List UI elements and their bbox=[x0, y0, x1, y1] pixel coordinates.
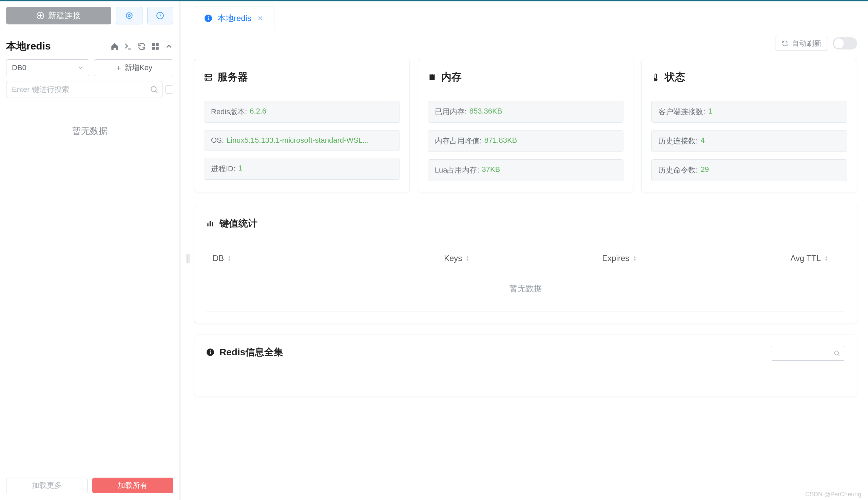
sort-icon: ▲▼ bbox=[465, 255, 469, 261]
grid-icon[interactable] bbox=[151, 42, 160, 51]
info-search-input[interactable] bbox=[771, 346, 845, 361]
col-avg-ttl[interactable]: Avg TTL▲▼ bbox=[701, 253, 838, 263]
server-icon bbox=[204, 73, 213, 82]
svg-rect-25 bbox=[210, 350, 211, 351]
chevron-down-icon bbox=[77, 65, 84, 71]
search-icon[interactable] bbox=[149, 85, 158, 94]
status-card: 状态 客户端连接数: 1 历史连接数: 4 历史命令数: 29 bbox=[642, 59, 857, 192]
new-key-button[interactable]: ＋ 新增Key bbox=[94, 59, 173, 76]
tab-label: 本地redis bbox=[218, 13, 251, 24]
close-icon[interactable]: ✕ bbox=[256, 14, 265, 22]
svg-rect-9 bbox=[208, 17, 209, 20]
chevron-up-icon[interactable] bbox=[165, 42, 173, 51]
col-expires[interactable]: Expires▲▼ bbox=[538, 253, 701, 263]
regex-checkbox[interactable] bbox=[165, 86, 173, 93]
stat-row: 客户端连接数: 1 bbox=[651, 101, 847, 123]
svg-rect-6 bbox=[156, 47, 159, 50]
auto-refresh-toggle[interactable] bbox=[833, 37, 857, 49]
info-icon bbox=[204, 14, 213, 23]
sort-icon: ▲▼ bbox=[227, 255, 231, 261]
resize-handle-icon[interactable]: || bbox=[186, 252, 190, 264]
svg-point-13 bbox=[206, 75, 207, 76]
plus-circle-icon bbox=[37, 12, 44, 19]
main-content: 本地redis ✕ 自动刷新 服务器 Redis版本: 6.2.6 OS: Li… bbox=[180, 1, 868, 500]
svg-rect-5 bbox=[152, 47, 155, 50]
sidebar: 新建连接 本地redis DB0 bbox=[0, 1, 180, 500]
memory-card: 内存 已用内存: 853.36KB 内存占用峰值: 871.83KB Lua占用… bbox=[418, 59, 634, 192]
svg-point-1 bbox=[128, 14, 130, 17]
svg-point-0 bbox=[126, 13, 132, 18]
terminal-icon[interactable] bbox=[124, 42, 133, 51]
memory-icon bbox=[428, 73, 436, 82]
svg-rect-15 bbox=[430, 74, 434, 80]
server-card: 服务器 Redis版本: 6.2.6 OS: Linux5.15.133.1-m… bbox=[194, 59, 410, 192]
db-select[interactable]: DB0 bbox=[6, 59, 89, 76]
plus-icon: ＋ bbox=[115, 63, 122, 73]
connection-title: 本地redis bbox=[6, 39, 51, 53]
redis-info-panel: Redis信息全集 bbox=[194, 334, 857, 396]
info-circle-icon bbox=[206, 348, 215, 356]
table-header: DB▲▼ Keys▲▼ Expires▲▼ Avg TTL▲▼ bbox=[206, 250, 845, 266]
svg-point-14 bbox=[206, 79, 207, 79]
stat-row: 已用内存: 853.36KB bbox=[428, 101, 624, 123]
svg-rect-4 bbox=[156, 43, 159, 46]
new-connection-label: 新建连接 bbox=[48, 10, 81, 21]
keystats-title: 键值统计 bbox=[220, 217, 257, 230]
table-empty-label: 暂无数据 bbox=[206, 266, 845, 305]
clock-icon bbox=[156, 11, 165, 20]
bar-chart-icon bbox=[206, 219, 215, 228]
stat-row: 历史连接数: 4 bbox=[651, 130, 847, 152]
thermometer-icon bbox=[651, 73, 660, 82]
sort-icon: ▲▼ bbox=[824, 255, 828, 261]
tab-connection[interactable]: 本地redis ✕ bbox=[194, 6, 275, 30]
svg-rect-21 bbox=[212, 223, 213, 226]
search-icon bbox=[833, 350, 840, 356]
server-card-title: 服务器 bbox=[218, 70, 248, 84]
svg-rect-16 bbox=[431, 73, 431, 75]
col-db[interactable]: DB▲▼ bbox=[213, 253, 376, 263]
settings-button[interactable] bbox=[116, 7, 143, 24]
stat-row: 进程ID: 1 bbox=[204, 158, 400, 180]
svg-rect-3 bbox=[152, 43, 155, 46]
svg-point-18 bbox=[655, 79, 656, 80]
svg-point-22 bbox=[834, 351, 838, 355]
load-more-button[interactable]: 加载更多 bbox=[6, 478, 88, 493]
svg-rect-17 bbox=[433, 73, 434, 75]
load-all-button[interactable]: 加载所有 bbox=[92, 478, 174, 493]
search-input[interactable] bbox=[6, 81, 163, 98]
new-connection-button[interactable]: 新建连接 bbox=[6, 7, 111, 24]
col-keys[interactable]: Keys▲▼ bbox=[376, 253, 538, 263]
home-icon[interactable] bbox=[110, 42, 119, 51]
stat-row: Redis版本: 6.2.6 bbox=[204, 101, 400, 123]
svg-point-7 bbox=[151, 87, 156, 92]
stat-row: 历史命令数: 29 bbox=[651, 159, 847, 181]
svg-rect-19 bbox=[207, 224, 208, 226]
refresh-icon[interactable] bbox=[137, 42, 146, 51]
refresh-icon bbox=[781, 40, 788, 47]
svg-rect-24 bbox=[210, 352, 211, 354]
redis-info-title: Redis信息全集 bbox=[220, 346, 283, 359]
stat-row: 内存占用峰值: 871.83KB bbox=[428, 130, 624, 152]
svg-rect-20 bbox=[210, 221, 211, 226]
status-card-title: 状态 bbox=[665, 70, 685, 84]
watermark: CSDN @PerCheung bbox=[805, 491, 861, 498]
db-select-value: DB0 bbox=[12, 64, 26, 72]
stat-row: OS: Linux5.15.133.1-microsoft-standard-W… bbox=[204, 130, 400, 150]
new-key-label: 新增Key bbox=[124, 63, 152, 73]
stat-row: Lua占用内存: 37KB bbox=[428, 159, 624, 181]
memory-card-title: 内存 bbox=[441, 70, 461, 84]
auto-refresh-label: 自动刷新 bbox=[792, 38, 822, 48]
keystats-panel: 键值统计 DB▲▼ Keys▲▼ Expires▲▼ Avg TTL▲▼ 暂无数… bbox=[194, 206, 857, 323]
target-icon bbox=[125, 11, 134, 20]
auto-refresh-button[interactable]: 自动刷新 bbox=[775, 36, 828, 51]
sidebar-empty-label: 暂无数据 bbox=[6, 125, 173, 137]
svg-rect-10 bbox=[208, 16, 209, 16]
sort-icon: ▲▼ bbox=[633, 255, 637, 261]
history-button[interactable] bbox=[147, 7, 174, 24]
